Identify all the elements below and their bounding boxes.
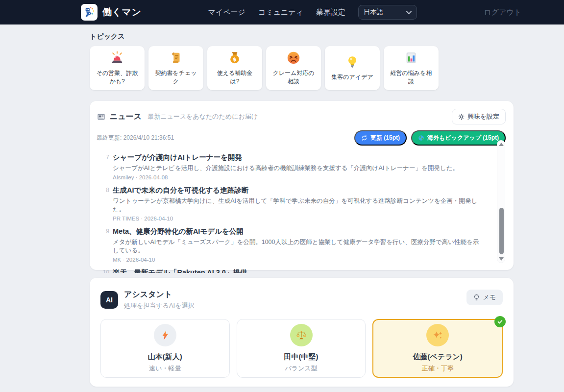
topic-card-contract-check[interactable]: 契約書をチェック [148,46,203,90]
news-item-source: MK · 2026-04-10 [113,257,483,263]
news-subtitle: 最新ニュースをあなたのためにお届け [147,112,258,121]
bulb-outline-icon [473,294,480,301]
sparkles-icon [432,329,443,341]
bar-chart-icon [404,50,418,65]
check-icon [497,318,503,325]
news-item-source: PR TIMES · 2026-04-10 [113,216,483,221]
scroll-up-icon[interactable] [499,143,504,146]
brand-link[interactable]: 働くマン [81,4,141,21]
overseas-pickup-label: 海外もピックアップ (15pt) [427,134,499,142]
top-navbar: 働くマン マイページ コミュニティ 業界設定 日本語 ログアウト [0,0,564,24]
option-trait: 速い・軽量 [149,364,181,373]
option-name: 山本(新人) [148,352,182,362]
memo-button[interactable]: メモ [466,290,503,305]
news-item-number: 7 [101,153,109,180]
selected-check-badge [494,316,506,327]
assistant-subtitle: 処理を担当するAIを選択 [124,301,195,310]
news-item-title: 生成AIで未来の自分を可視化する進路診断 [113,186,483,195]
assistant-option-tanaka[interactable]: 田中(中堅) バランス型 [237,319,366,378]
refresh-label: 更新 (15pt) [370,134,400,142]
news-item-title: シャープが介護向けAIトレーナーを開発 [113,153,459,162]
scrollbar-thumb[interactable] [499,208,504,254]
app-title: 働くマン [102,6,141,19]
option-name: 佐藤(ベテラン) [413,352,462,362]
language-select[interactable]: 日本語 [358,5,417,20]
refresh-icon [361,135,368,141]
refresh-button[interactable]: 更新 (15pt) [354,130,407,146]
topic-label: その営業、詐欺かも? [96,69,139,86]
overseas-pickup-button[interactable]: 海外もピックアップ (15pt) [411,130,506,146]
news-item[interactable]: 7 シャープが介護向けAIトレーナーを開発 シャープがAIとテレビを活用し、介護… [101,153,483,180]
persevering-face-icon [286,50,301,65]
assistant-title: アシスタント [124,290,195,300]
topic-label: クレーム対応の相談 [272,69,315,86]
news-panel: ニュース 最新ニュースをあなたのためにお届け 興味を設定 最終更新: 2026/… [90,101,514,270]
last-updated-text: 最終更新: 2026/4/10 21:36:51 [97,134,174,142]
assistant-option-sato-selected[interactable]: 佐藤(ベテラン) 正確・丁寧 [372,319,503,378]
scroll-icon [169,50,183,65]
set-interests-button[interactable]: 興味を設定 [452,109,506,124]
option-icon-circle [290,324,313,346]
language-select-value: 日本語 [364,8,384,17]
money-bag-icon: $ [227,50,242,65]
option-icon-circle [426,324,449,346]
scroll-down-icon[interactable] [499,257,504,261]
assistant-option-yamamoto[interactable]: 山本(新人) 速い・軽量 [100,319,230,378]
lightning-icon [160,330,171,341]
ai-badge: AI [100,291,118,309]
news-item-desc: シャープがAIとテレビを活用し、介護施設における高齢者の機能訓練業務を支援する「… [113,164,459,172]
set-interests-label: 興味を設定 [467,112,499,121]
news-item-title: 楽天、最新モデル「Rakuten AI 3.0」提供 [113,268,468,273]
news-list: 7 シャープが介護向けAIトレーナーを開発 シャープがAIとテレビを活用し、介護… [97,153,506,273]
globe-icon [418,135,424,141]
option-trait: 正確・丁寧 [422,364,454,373]
newspaper-icon [97,112,106,122]
news-scrollbar[interactable] [497,140,505,263]
topic-label: 経営の悩みを相談 [390,69,433,86]
topic-card-management-consult[interactable]: 経営の悩みを相談 [384,46,439,90]
option-name: 田中(中堅) [284,352,319,362]
option-icon-circle [154,324,176,346]
news-item[interactable]: 10 楽天、最新モデル「Rakuten AI 3.0」提供 楽天グループが、日本… [101,268,483,273]
news-item[interactable]: 8 生成AIで未来の自分を可視化する進路診断 ワントゥーテンが京都橘大学向けに、… [101,186,483,221]
topics-row: その営業、詐欺かも? 契約書をチェック $ 使える補助金は? [90,46,514,90]
topics-heading: トピックス [90,32,514,41]
topic-card-marketing-ideas[interactable]: 集客のアイデア [325,46,380,90]
light-bulb-icon [345,54,360,69]
assistant-panel: AI アシスタント 処理を担当するAIを選択 メモ [90,278,514,387]
news-item-desc: ワントゥーテンが京都橘大学向けに、生成AIを活用して「学科で学ぶ未来の自分」を可… [113,197,483,214]
memo-label: メモ [483,293,496,302]
nav-item-industry-settings[interactable]: 業界設定 [316,8,345,17]
nav-item-mypage[interactable]: マイページ [208,8,245,17]
balance-scale-icon [295,329,307,341]
app-logo-icon [81,4,98,21]
topic-card-sales-scam[interactable]: その営業、詐欺かも? [90,46,145,90]
news-item-number: 10 [101,268,109,273]
chevron-down-icon [406,11,412,14]
gear-icon [458,114,465,120]
siren-icon [110,50,124,65]
news-item-number: 8 [101,186,109,221]
option-trait: バランス型 [285,364,317,373]
svg-text:$: $ [233,56,237,63]
topic-card-subsidies[interactable]: $ 使える補助金は? [207,46,262,90]
news-item-title: Meta、健康分野特化の新AIモデルを公開 [113,227,483,236]
topic-label: 契約書をチェック [154,69,197,86]
news-item-number: 9 [101,227,109,263]
topic-card-complaint-consult[interactable]: クレーム対応の相談 [266,46,321,90]
news-title: ニュース [110,112,142,122]
nav-item-community[interactable]: コミュニティ [258,8,303,17]
topic-label: 使える補助金は? [213,69,256,86]
news-item-source: AIsmiley · 2026-04-08 [113,174,459,180]
topic-label: 集客のアイデア [331,73,374,81]
logout-button[interactable]: ログアウト [484,8,521,17]
news-item-desc: メタが新しいAIモデル「ミューズスパーク」を公開。1000人以上の医師と協業して… [113,238,483,255]
news-item[interactable]: 9 Meta、健康分野特化の新AIモデルを公開 メタが新しいAIモデル「ミューズ… [101,227,483,263]
